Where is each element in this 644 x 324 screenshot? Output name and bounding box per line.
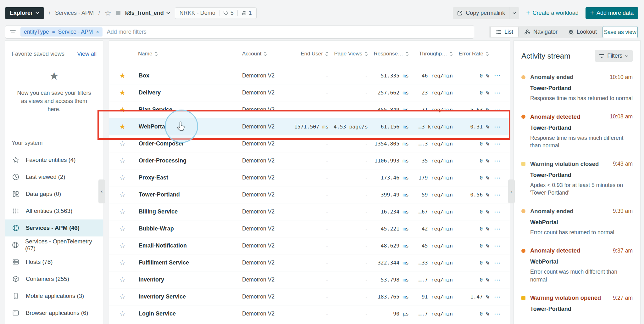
activity-entry[interactable]: Anomaly ended 9:39 am WebPortal Error co… <box>521 208 633 236</box>
favorite-star-icon[interactable]: ☆ <box>115 208 130 215</box>
entity-name[interactable]: Billing Service <box>138 208 242 215</box>
breadcrumb-section[interactable]: Services - APM <box>55 10 94 16</box>
account-chip[interactable]: NRKK - Demo 5 1 <box>175 7 257 19</box>
table-row-plan-service[interactable]: ★ Plan Service Demotron V2 - - 455.849 m… <box>109 101 510 118</box>
favorite-star-icon[interactable]: ★ <box>115 89 130 96</box>
entity-name[interactable]: Order-Composer <box>138 140 242 147</box>
entity-name[interactable]: Bubble-Wrap <box>138 225 242 232</box>
entity-name[interactable]: Box <box>138 72 242 79</box>
row-menu-icon[interactable]: ⋯ <box>489 72 506 79</box>
column-header-name[interactable]: Name <box>138 51 242 57</box>
table-row-email-notification[interactable]: ☆ Email-Notification Demotron V2 - - 48.… <box>109 237 510 254</box>
row-menu-icon[interactable]: ⋯ <box>489 259 506 267</box>
entity-name[interactable]: WebPortal <box>138 123 242 130</box>
sort-icon[interactable] <box>154 51 158 56</box>
save-as-view-button[interactable]: Save as view <box>602 26 638 38</box>
row-menu-icon[interactable]: ⋯ <box>489 106 506 114</box>
entity-name[interactable]: Tower-Portland <box>138 191 242 198</box>
event-entity[interactable]: Tower-Portland <box>530 125 633 131</box>
activity-entry[interactable]: Warning violation closed 9:43 am Tower-P… <box>521 161 633 197</box>
favorite-star-icon[interactable]: ☆ <box>115 174 130 181</box>
sidebar-item-services-apm-46-[interactable]: Services - APM (46) <box>5 219 103 236</box>
row-menu-icon[interactable]: ⋯ <box>489 208 506 216</box>
favorite-star-icon[interactable]: ☆ <box>115 140 130 147</box>
favorite-star-icon[interactable]: ☆ <box>105 9 111 17</box>
row-menu-icon[interactable]: ⋯ <box>489 293 506 301</box>
sort-icon[interactable] <box>325 51 329 56</box>
sort-icon[interactable] <box>364 51 368 56</box>
add-more-data-button[interactable]: + Add more data <box>586 7 638 19</box>
workload-selector[interactable]: k8s_front_end <box>125 10 170 16</box>
activity-entry[interactable]: Anomaly detected 9:37 am WebPortal Error… <box>521 247 633 283</box>
entity-name[interactable]: Inventory Service <box>138 293 242 300</box>
favorite-star-icon[interactable]: ☆ <box>115 276 130 283</box>
table-row-fulfillment-service[interactable]: ☆ Fulfillment Service Demotron V2 - - 32… <box>109 254 510 271</box>
sidebar-item-hosts-78-[interactable]: Hosts (78) <box>5 253 103 270</box>
table-row-billing-service[interactable]: ☆ Billing Service Demotron V2 - - 16.234… <box>109 203 510 220</box>
column-header-page-views[interactable]: Page Views <box>329 51 368 57</box>
sidebar-item-data-gaps-0-[interactable]: Data gaps (0) <box>5 185 103 202</box>
entity-name[interactable]: Proxy-East <box>138 174 242 181</box>
row-menu-icon[interactable]: ⋯ <box>489 157 506 165</box>
row-menu-icon[interactable]: ⋯ <box>489 310 506 318</box>
event-entity[interactable]: Tower-Portland <box>530 306 633 312</box>
favorite-star-icon[interactable]: ★ <box>115 106 130 113</box>
sort-icon[interactable] <box>405 51 409 56</box>
table-row-box[interactable]: ★ Box Demotron V2 - - 51.335 ms 46 req/m… <box>109 67 510 84</box>
column-header-error-rate[interactable]: Error Rate <box>453 51 489 57</box>
sidebar-item-services-opentelemetry-67-[interactable]: Services - OpenTelemetry (67) <box>5 236 103 253</box>
filter-bar[interactable]: entityType = Service - APM × Add more fi… <box>5 25 474 39</box>
entity-name[interactable]: Plan Service <box>138 106 242 113</box>
row-menu-icon[interactable]: ⋯ <box>489 140 506 148</box>
entity-name[interactable]: Order-Processing <box>138 157 242 164</box>
column-header-throughp-[interactable]: Throughp… <box>409 51 453 57</box>
row-menu-icon[interactable]: ⋯ <box>489 242 506 250</box>
permalink-dropdown[interactable] <box>509 7 519 19</box>
table-row-login-service[interactable]: ☆ Login Service Demotron V2 - - 90 µs ….… <box>109 305 510 322</box>
entity-name[interactable]: Fulfillment Service <box>138 259 242 266</box>
event-entity[interactable]: WebPortal <box>530 259 633 265</box>
sidebar-item-favorite-entities-4-[interactable]: Favorite entities (4) <box>5 151 103 168</box>
sidebar-item-all-entities-3-563-[interactable]: All entities (3,563) <box>5 202 103 219</box>
favorite-star-icon[interactable]: ☆ <box>115 310 130 317</box>
table-row-proxy-east[interactable]: ☆ Proxy-East Demotron V2 - - 173.46 ms 1… <box>109 169 510 186</box>
event-entity[interactable]: Tower-Portland <box>530 172 633 179</box>
table-row-bubble-wrap[interactable]: ☆ Bubble-Wrap Demotron V2 - - 45.221 ms … <box>109 220 510 237</box>
entity-name[interactable]: Inventory <box>138 276 242 283</box>
remove-filter-icon[interactable]: × <box>96 29 99 35</box>
view-segment-navigator[interactable]: Navigator <box>519 27 563 37</box>
table-row-delivery[interactable]: ★ Delivery Demotron V2 - - 257.662 ms 23… <box>109 84 510 101</box>
favorite-star-icon[interactable]: ★ <box>115 72 130 79</box>
event-entity[interactable]: WebPortal <box>530 219 633 226</box>
sidebar-item-containers-255-[interactable]: Containers (255) <box>5 270 103 287</box>
table-row-webportal[interactable]: ★ WebPortal Demotron V2 1571.507 ms 4.53… <box>109 118 510 135</box>
view-segment-list[interactable]: List <box>490 27 519 37</box>
table-row-tower-portland[interactable]: ☆ Tower-Portland Demotron V2 - - 399.49 … <box>109 186 510 203</box>
copy-permalink-button[interactable]: Copy permalink <box>453 7 519 19</box>
sidebar-item-browser-applications-6-[interactable]: Browser applications (6) <box>5 304 103 321</box>
explorer-menu-button[interactable]: Explorer <box>5 7 44 19</box>
view-all-link[interactable]: View all <box>77 51 97 57</box>
row-menu-icon[interactable]: ⋯ <box>489 123 506 131</box>
view-segment-lookout[interactable]: Lookout <box>563 27 602 37</box>
event-entity[interactable]: Tower-Portland <box>530 85 633 92</box>
activity-collapse-handle[interactable]: › <box>508 179 515 203</box>
table-row-inventory[interactable]: ☆ Inventory Demotron V2 - - 53.798 ms ….… <box>109 271 510 288</box>
sidebar-collapse-handle[interactable]: ‹ <box>98 179 105 203</box>
table-row-inventory-service[interactable]: ☆ Inventory Service Demotron V2 - - 183.… <box>109 288 510 305</box>
entity-name[interactable]: Login Service <box>138 310 242 317</box>
filter-chip[interactable]: entityType = Service - APM × <box>20 27 103 37</box>
table-row-order-processing[interactable]: ☆ Order-Processing Demotron V2 - - 1106.… <box>109 152 510 169</box>
table-row-order-composer[interactable]: ☆ Order-Composer Demotron V2 - - 1354.80… <box>109 135 510 152</box>
sidebar-item-mobile-applications-3-[interactable]: Mobile applications (3) <box>5 287 103 304</box>
entity-name[interactable]: Email-Notification <box>138 242 242 249</box>
favorite-star-icon[interactable]: ★ <box>115 123 130 130</box>
activity-entry[interactable]: Anomaly detected 10:08 am Tower-Portland… <box>521 113 633 150</box>
favorite-star-icon[interactable]: ☆ <box>115 293 130 300</box>
activity-filters-button[interactable]: Filters <box>595 50 633 62</box>
row-menu-icon[interactable]: ⋯ <box>489 276 506 284</box>
row-menu-icon[interactable]: ⋯ <box>489 225 506 233</box>
favorite-star-icon[interactable]: ☆ <box>115 225 130 232</box>
sort-icon[interactable] <box>486 51 489 56</box>
column-header-end-user[interactable]: End User <box>286 51 329 57</box>
